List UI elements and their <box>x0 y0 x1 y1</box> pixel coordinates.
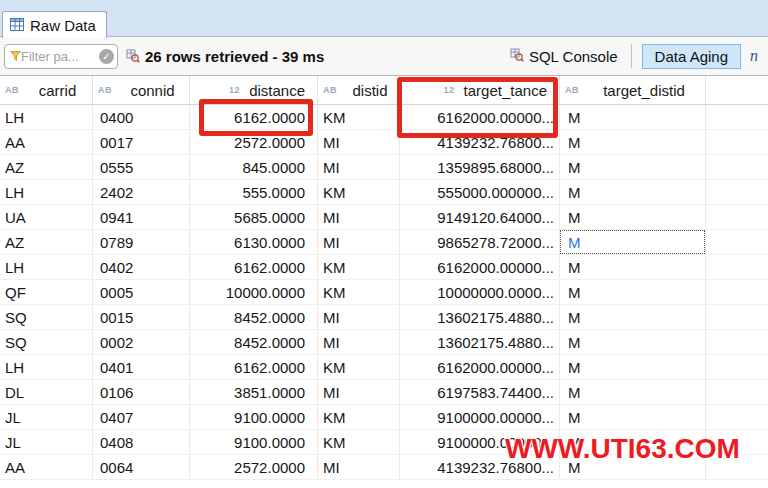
cell-target_distid[interactable]: M <box>560 180 706 204</box>
cell-distance[interactable]: 845.0000 <box>190 155 318 179</box>
cell-target_tance[interactable]: 4139232.76800... <box>400 130 560 154</box>
cell-distid[interactable]: KM <box>318 280 400 304</box>
cell-distance[interactable]: 5685.0000 <box>190 205 318 229</box>
cell-target_distid[interactable]: M <box>560 255 706 279</box>
cell-target_tance[interactable]: 9865278.72000... <box>400 230 560 254</box>
cell-distance[interactable]: 8452.0000 <box>190 330 318 354</box>
cell-carrid[interactable]: SQ <box>0 330 93 354</box>
cell-connid[interactable]: 0005 <box>93 280 190 304</box>
cell-distance[interactable]: 6162.0000 <box>190 355 318 379</box>
cell-distid[interactable]: MI <box>318 380 400 404</box>
cell-carrid[interactable]: AA <box>0 130 93 154</box>
cell-carrid[interactable]: LH <box>0 180 93 204</box>
cell-distance[interactable]: 555.0000 <box>190 180 318 204</box>
cell-distid[interactable]: KM <box>318 405 400 429</box>
cell-connid[interactable]: 0407 <box>93 405 190 429</box>
cell-connid[interactable]: 2402 <box>93 180 190 204</box>
cell-target_tance[interactable]: 6162000.00000... <box>400 255 560 279</box>
cell-carrid[interactable]: AZ <box>0 230 93 254</box>
cell-connid[interactable]: 0002 <box>93 330 190 354</box>
cell-target_tance[interactable]: 9149120.64000... <box>400 205 560 229</box>
cell-target_tance[interactable]: 6162000.00000... <box>400 105 560 129</box>
column-header-connid[interactable]: ABconnid <box>93 76 190 104</box>
cell-target_tance[interactable]: 13602175.4880... <box>400 305 560 329</box>
data-aging-button[interactable]: Data Aging <box>642 44 741 69</box>
cell-target_distid[interactable]: M <box>560 205 706 229</box>
cell-distance[interactable]: 10000.0000 <box>190 280 318 304</box>
cell-connid[interactable]: 0017 <box>93 130 190 154</box>
cell-target_distid[interactable]: M <box>560 280 706 304</box>
cell-carrid[interactable]: DL <box>0 380 93 404</box>
cell-target_distid[interactable]: M <box>560 455 706 479</box>
cell-target_tance[interactable]: 10000000.0000... <box>400 280 560 304</box>
column-header-target_tance[interactable]: 12target_tance <box>400 76 560 104</box>
cell-distid[interactable]: KM <box>318 355 400 379</box>
cell-carrid[interactable]: JL <box>0 430 93 454</box>
cell-connid[interactable]: 0015 <box>93 305 190 329</box>
cell-carrid[interactable]: AA <box>0 455 93 479</box>
cell-carrid[interactable]: LH <box>0 355 93 379</box>
cell-distid[interactable]: MI <box>318 205 400 229</box>
cell-distance[interactable]: 2572.0000 <box>190 455 318 479</box>
cell-connid[interactable]: 0789 <box>93 230 190 254</box>
column-header-carrid[interactable]: ABcarrid <box>0 76 93 104</box>
cell-target_distid[interactable]: M <box>560 230 706 254</box>
cell-carrid[interactable]: QF <box>0 280 93 304</box>
cell-distance[interactable]: 9100.0000 <box>190 405 318 429</box>
cell-carrid[interactable]: JL <box>0 405 93 429</box>
cell-connid[interactable]: 0401 <box>93 355 190 379</box>
filter-apply-icon[interactable]: ✓ <box>99 49 114 64</box>
sql-console-button[interactable]: SQL Console <box>500 45 628 68</box>
cell-distance[interactable]: 8452.0000 <box>190 305 318 329</box>
cell-distid[interactable]: MI <box>318 305 400 329</box>
cell-distid[interactable]: MI <box>318 130 400 154</box>
cell-distid[interactable]: MI <box>318 330 400 354</box>
cell-carrid[interactable]: AZ <box>0 155 93 179</box>
cell-target_tance[interactable]: 6197583.74400... <box>400 380 560 404</box>
cell-target_distid[interactable]: M <box>560 355 706 379</box>
cell-carrid[interactable]: LH <box>0 255 93 279</box>
cell-target_distid[interactable]: M <box>560 330 706 354</box>
cell-carrid[interactable]: UA <box>0 205 93 229</box>
column-header-target_distid[interactable]: ABtarget_distid <box>560 76 706 104</box>
cell-target_tance[interactable]: 9100000.00000... <box>400 430 560 454</box>
cell-target_distid[interactable]: M <box>560 380 706 404</box>
cell-distance[interactable]: 6162.0000 <box>190 105 318 129</box>
cell-distid[interactable]: KM <box>318 180 400 204</box>
cell-connid[interactable]: 0106 <box>93 380 190 404</box>
cell-connid[interactable]: 0555 <box>93 155 190 179</box>
cell-distid[interactable]: KM <box>318 430 400 454</box>
cell-distance[interactable]: 6130.0000 <box>190 230 318 254</box>
cell-distid[interactable]: KM <box>318 255 400 279</box>
cell-carrid[interactable]: SQ <box>0 305 93 329</box>
cell-target_tance[interactable]: 1359895.68000... <box>400 155 560 179</box>
cell-target_tance[interactable]: 6162000.00000... <box>400 355 560 379</box>
cell-target_distid[interactable]: M <box>560 155 706 179</box>
cell-carrid[interactable]: LH <box>0 105 93 129</box>
cell-target_distid[interactable]: M <box>560 105 706 129</box>
cell-distance[interactable]: 6162.0000 <box>190 255 318 279</box>
column-header-distance[interactable]: 12distance <box>190 76 318 104</box>
cell-distance[interactable]: 3851.0000 <box>190 380 318 404</box>
cell-distid[interactable]: KM <box>318 105 400 129</box>
column-header-distid[interactable]: ABdistid <box>318 76 400 104</box>
cell-target_distid[interactable]: M <box>560 430 706 454</box>
cell-target_tance[interactable]: 9100000.00000... <box>400 405 560 429</box>
filter-input[interactable] <box>21 49 99 64</box>
cell-target_tance[interactable]: 4139232.76800... <box>400 455 560 479</box>
cell-distid[interactable]: MI <box>318 230 400 254</box>
cell-connid[interactable]: 0941 <box>93 205 190 229</box>
cell-target_distid[interactable]: M <box>560 130 706 154</box>
cell-target_distid[interactable]: M <box>560 305 706 329</box>
cell-distance[interactable]: 2572.0000 <box>190 130 318 154</box>
tab-raw-data[interactable]: Raw Data <box>2 11 107 38</box>
cell-distid[interactable]: MI <box>318 455 400 479</box>
cell-connid[interactable]: 0402 <box>93 255 190 279</box>
cell-distance[interactable]: 9100.0000 <box>190 430 318 454</box>
cell-connid[interactable]: 0400 <box>93 105 190 129</box>
cell-target_tance[interactable]: 13602175.4880... <box>400 330 560 354</box>
cell-connid[interactable]: 0408 <box>93 430 190 454</box>
cell-target_distid[interactable]: M <box>560 405 706 429</box>
cell-target_tance[interactable]: 555000.000000... <box>400 180 560 204</box>
cell-connid[interactable]: 0064 <box>93 455 190 479</box>
